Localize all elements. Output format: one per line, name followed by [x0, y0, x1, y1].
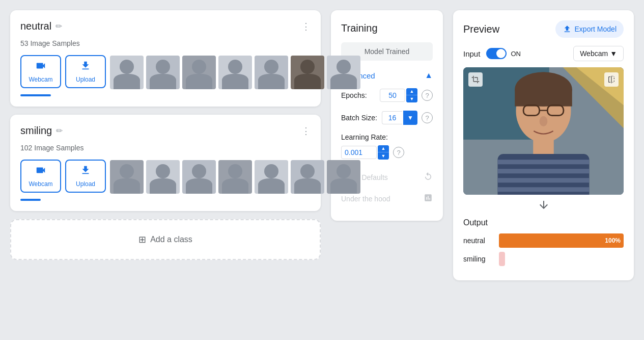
svg-rect-13	[498, 160, 590, 164]
toggle-wrapper: ON	[486, 48, 521, 59]
webcam-dropdown-label: Webcam	[580, 49, 608, 58]
smiling-sample-4	[218, 160, 252, 194]
add-class-icon: ⊞	[138, 234, 146, 245]
smiling-card-header: smiling ✏ ⋮	[20, 125, 311, 137]
smiling-sample-1	[110, 160, 144, 194]
output-title: Output	[463, 218, 624, 227]
neutral-edit-icon[interactable]: ✏	[55, 21, 62, 31]
upload-icon	[80, 60, 91, 74]
learning-rate-row: ▲ ▼ ?	[341, 145, 433, 160]
smiling-sample-6	[291, 160, 324, 194]
neutral-sample-4	[218, 56, 252, 89]
smiling-class-card: smiling ✏ ⋮ 102 Image Samples Webcam	[10, 115, 321, 211]
lr-increment-button[interactable]: ▲	[378, 145, 389, 152]
scroll-down-indicator	[463, 199, 624, 211]
neutral-scroll-indicator	[20, 94, 51, 96]
smiling-upload-label: Upload	[76, 180, 95, 188]
under-the-hood-label: Under the hood	[341, 195, 390, 203]
svg-point-10	[540, 116, 548, 126]
smiling-output-bar	[499, 252, 505, 266]
smiling-sample-3	[182, 160, 216, 194]
batch-size-dropdown-button[interactable]: ▼	[403, 111, 417, 125]
neutral-upload-label: Upload	[76, 76, 95, 83]
neutral-sample-count: 53 Image Samples	[20, 39, 311, 47]
input-label: Input	[463, 49, 480, 58]
batch-size-value: 16	[382, 111, 402, 124]
smiling-output-bar-wrapper	[499, 252, 624, 266]
smiling-sample-images	[110, 160, 360, 194]
neutral-class-actions: Webcam Upload	[20, 54, 311, 89]
neutral-more-icon[interactable]: ⋮	[301, 21, 311, 32]
smiling-webcam-icon	[35, 165, 46, 178]
add-class-button[interactable]: ⊞ Add a class	[138, 234, 192, 245]
add-class-card[interactable]: ⊞ Add a class	[10, 219, 321, 260]
smiling-class-actions: Webcam Upload	[20, 158, 311, 194]
svg-rect-15	[498, 178, 590, 182]
smiling-webcam-label: Webcam	[29, 180, 52, 188]
epochs-input-wrapper: ▲ ▼	[380, 88, 417, 102]
export-btn-label: Export Model	[575, 25, 617, 33]
reset-icon	[424, 172, 433, 183]
batch-size-help-icon[interactable]: ?	[422, 112, 433, 123]
webcam-icon	[35, 60, 46, 74]
epochs-controls: ▲ ▼ ?	[380, 88, 433, 102]
neutral-sample-2	[146, 56, 180, 89]
smiling-sample-5	[255, 160, 288, 194]
neutral-sample-1	[110, 56, 144, 89]
smiling-class-title: smiling ✏	[20, 125, 63, 137]
training-title: Training	[341, 22, 433, 34]
neutral-class-title: neutral ✏	[20, 20, 62, 32]
epochs-spinner: ▲ ▼	[406, 88, 417, 102]
output-section: Output neutral 100% smiling	[463, 218, 624, 270]
smiling-webcam-button[interactable]: Webcam	[20, 160, 61, 193]
smiling-sample-count: 102 Image Samples	[20, 144, 311, 152]
smiling-upload-icon	[80, 165, 91, 178]
preview-header: Preview Export Model	[463, 20, 624, 38]
toggle-knob	[496, 49, 506, 58]
neutral-title-text: neutral	[20, 20, 51, 32]
neutral-upload-button[interactable]: Upload	[65, 55, 106, 88]
batch-size-controls: 16 ▼ ?	[382, 111, 433, 125]
crop-icon[interactable]	[468, 72, 483, 87]
epochs-increment-button[interactable]: ▲	[406, 88, 417, 95]
neutral-sample-images	[110, 56, 360, 89]
input-row: Input ON Webcam ▼	[463, 46, 624, 61]
neutral-sample-5	[255, 56, 288, 89]
preview-panel: Preview Export Model Input ON Webcam ▼	[453, 10, 634, 280]
smiling-title-text: smiling	[20, 125, 52, 137]
webcam-dropdown-chevron: ▼	[610, 49, 617, 58]
add-class-label: Add a class	[150, 235, 192, 244]
lr-decrement-button[interactable]: ▼	[378, 152, 389, 160]
neutral-sample-6	[291, 56, 324, 89]
flip-icon[interactable]	[604, 72, 619, 87]
epochs-decrement-button[interactable]: ▼	[406, 95, 417, 102]
smiling-output-label: smiling	[463, 255, 494, 263]
preview-title: Preview	[463, 23, 499, 35]
smiling-scroll-indicator	[20, 199, 41, 201]
neutral-output-pct: 100%	[605, 237, 621, 244]
smiling-output-row: smiling	[463, 252, 624, 266]
svg-rect-14	[498, 169, 590, 173]
neutral-sample-7	[327, 56, 360, 89]
learning-rate-label: Learning Rate:	[341, 133, 433, 141]
neutral-output-label: neutral	[463, 237, 494, 245]
neutral-class-card: neutral ✏ ⋮ 53 Image Samples Webcam	[10, 10, 321, 107]
epochs-help-icon[interactable]: ?	[422, 90, 433, 101]
lr-input-wrapper: ▲ ▼	[341, 145, 389, 160]
smiling-sample-7	[327, 160, 360, 194]
smiling-more-icon[interactable]: ⋮	[301, 125, 311, 137]
input-toggle[interactable]	[486, 48, 507, 59]
export-model-button[interactable]: Export Model	[555, 20, 624, 38]
smiling-upload-button[interactable]: Upload	[65, 160, 106, 193]
neutral-webcam-button[interactable]: Webcam	[20, 55, 61, 88]
learning-rate-input[interactable]	[341, 146, 377, 159]
webcam-preview	[463, 67, 624, 195]
smiling-edit-icon[interactable]: ✏	[56, 126, 63, 136]
svg-rect-11	[533, 139, 554, 156]
webcam-dropdown-button[interactable]: Webcam ▼	[573, 46, 624, 61]
epochs-input[interactable]	[380, 89, 405, 102]
svg-rect-6	[515, 89, 572, 107]
neutral-output-bar-wrapper: 100%	[499, 233, 624, 248]
lr-help-icon[interactable]: ?	[393, 147, 404, 158]
lr-spinner: ▲ ▼	[378, 145, 389, 160]
